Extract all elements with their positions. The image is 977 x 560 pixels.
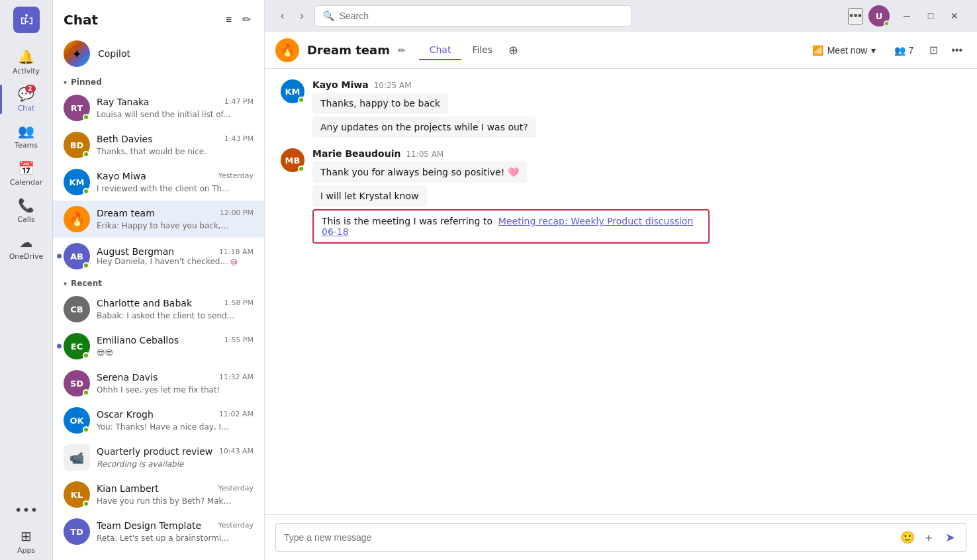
status-dot xyxy=(83,262,89,269)
forward-button[interactable]: › xyxy=(295,7,308,24)
chat-icon: 💬 2 xyxy=(18,86,34,102)
sidebar-item-calendar[interactable]: 📅 Calendar xyxy=(0,155,52,192)
chat-name: Beth Davies xyxy=(97,134,152,144)
chat-preview: Recording is available xyxy=(97,459,183,469)
message-bubble-highlighted: This is the meeting I was referring to M… xyxy=(312,209,710,244)
user-online-dot xyxy=(884,21,890,26)
chat-time: 11:32 AM xyxy=(219,373,254,381)
compose-button[interactable]: ✏ xyxy=(240,11,254,28)
recent-section-header[interactable]: ▾ Recent xyxy=(53,275,264,291)
more-header-options-button[interactable]: ••• xyxy=(947,40,966,60)
chat-list-icons: ≡ ✏ xyxy=(223,11,254,28)
teams-label: Teams xyxy=(15,141,38,150)
add-tab-button[interactable]: ⊕ xyxy=(503,40,524,60)
close-button[interactable]: ✕ xyxy=(943,7,966,25)
chat-preview: I reviewed with the client on Th... xyxy=(97,184,230,193)
more-options-button[interactable]: ••• xyxy=(848,8,863,24)
tab-chat[interactable]: Chat xyxy=(419,40,462,60)
message-content: Marie Beaudouin 11:05 AM Thank you for a… xyxy=(312,148,961,246)
chat-preview: Thanks, that would be nice. xyxy=(97,147,207,156)
list-item[interactable]: OK Oscar Krogh 11:02 AM You: Thanks! Hav… xyxy=(53,402,264,439)
search-input[interactable] xyxy=(340,11,624,21)
sidebar-item-chat[interactable]: 💬 2 Chat xyxy=(0,81,52,118)
chat-name: Ray Tanaka xyxy=(97,97,149,107)
list-item[interactable]: KM Kayo Miwa Yesterday I reviewed with t… xyxy=(53,163,264,201)
minimize-button[interactable]: ─ xyxy=(895,7,919,25)
copilot-item[interactable]: ✦ Copilot xyxy=(53,34,264,73)
group-avatar: 🔥 xyxy=(275,38,299,62)
activity-icon: 🔔 xyxy=(18,49,34,65)
user-avatar-button[interactable]: U xyxy=(868,5,890,26)
message-input-area: 🙂 ＋ ➤ xyxy=(265,514,977,560)
chat-time: 11:18 AM xyxy=(219,248,254,256)
list-item[interactable]: RT Ray Tanaka 1:47 PM Louisa will send t… xyxy=(53,89,264,126)
edit-name-icon[interactable]: ✏ xyxy=(398,45,406,56)
chat-info: August Bergman 11:18 AM Hey Daniela, I h… xyxy=(97,246,254,266)
emoji-button[interactable]: 🙂 xyxy=(898,528,917,547)
participants-button[interactable]: 👥 7 xyxy=(888,41,920,60)
avatar: KM xyxy=(281,79,304,103)
sidebar-item-activity[interactable]: 🔔 Activity xyxy=(0,44,52,81)
status-dot xyxy=(83,389,89,396)
chat-time: 11:02 AM xyxy=(219,410,254,418)
sidebar-item-apps[interactable]: ⊞ Apps xyxy=(0,523,52,560)
header-tabs: Chat Files ⊕ xyxy=(419,40,524,60)
send-button[interactable]: ➤ xyxy=(943,528,958,547)
list-item[interactable]: 📹 Quarterly product review 10:43 AM Reco… xyxy=(53,439,264,476)
pinned-section-header[interactable]: ▾ Pinned xyxy=(53,73,264,89)
view-toggle-button[interactable]: ⊡ xyxy=(925,40,942,60)
status-dot xyxy=(83,426,89,433)
sidebar-item-more[interactable]: ••• xyxy=(0,496,52,523)
svg-rect-0 xyxy=(24,21,28,23)
message-input[interactable] xyxy=(284,526,892,549)
attach-button[interactable]: ＋ xyxy=(920,527,937,548)
list-item[interactable]: CB Charlotte and Babak 1:58 PM Babak: I … xyxy=(53,291,264,328)
list-item[interactable]: KL Kian Lambert Yesterday Have you run t… xyxy=(53,476,264,513)
chat-name: Team Design Template xyxy=(97,520,201,531)
meet-now-label: Meet now xyxy=(827,45,868,56)
filter-button[interactable]: ≡ xyxy=(223,11,234,28)
back-button[interactable]: ‹ xyxy=(275,7,289,24)
icon-rail: 🔔 Activity 💬 2 Chat 👥 Teams 📅 Calendar 📞… xyxy=(0,0,53,560)
group-name: Dream team xyxy=(307,43,390,57)
meeting-recap-link[interactable]: Meeting recap: Weekly Product discussion… xyxy=(322,216,693,237)
meet-now-button[interactable]: 📶 Meet now ▾ xyxy=(806,41,883,60)
chat-name: Emiliano Ceballos xyxy=(97,335,179,346)
message-bubble: I will let Krystal know xyxy=(312,185,427,207)
tab-files[interactable]: Files xyxy=(461,40,503,60)
maximize-button[interactable]: □ xyxy=(919,7,943,25)
teams-logo[interactable] xyxy=(13,7,40,33)
avatar: OK xyxy=(64,407,90,434)
sidebar-item-calls[interactable]: 📞 Calls xyxy=(0,192,52,229)
chat-time: 12:00 PM xyxy=(220,209,254,217)
sidebar-item-teams[interactable]: 👥 Teams xyxy=(0,118,52,155)
list-item[interactable]: SD Serena Davis 11:32 AM Ohhh I see, yes… xyxy=(53,365,264,402)
chat-time: Yesterday xyxy=(218,484,254,492)
search-bar: 🔍 xyxy=(314,5,632,26)
recent-chevron-icon: ▾ xyxy=(64,280,67,287)
sidebar-item-onedrive[interactable]: ☁ OneDrive xyxy=(0,229,52,266)
recent-section-label: Recent xyxy=(71,279,102,288)
chat-name: Oscar Krogh xyxy=(97,409,154,420)
chat-time: 10:43 AM xyxy=(219,447,254,455)
message-bubble: Thanks, happy to be back xyxy=(312,93,448,114)
avatar: KL xyxy=(64,481,90,508)
list-item[interactable]: EC Emiliano Ceballos 1:55 PM 😎😎 xyxy=(53,328,264,365)
chat-info: Kayo Miwa Yesterday I reviewed with the … xyxy=(97,171,254,194)
onedrive-label: OneDrive xyxy=(9,252,44,261)
chat-list-title: Chat xyxy=(64,12,98,28)
status-dot xyxy=(83,352,89,359)
top-bar-right: ••• U ─ □ ✕ xyxy=(848,5,966,26)
calendar-icon: 📅 xyxy=(18,160,34,176)
list-item[interactable]: TD Team Design Template Yesterday Reta: … xyxy=(53,513,264,550)
pinned-section-label: Pinned xyxy=(71,77,102,87)
chat-time: 1:47 PM xyxy=(224,97,254,106)
chat-badge: 2 xyxy=(25,85,36,93)
unread-dot xyxy=(57,254,62,259)
calls-icon: 📞 xyxy=(18,197,34,213)
chat-info: Dream team 12:00 PM Erika: Happy to have… xyxy=(97,208,254,231)
list-item[interactable]: 🔥 Dream team 12:00 PM Erika: Happy to ha… xyxy=(53,201,264,238)
status-dot xyxy=(298,97,304,103)
list-item[interactable]: BD Beth Davies 1:43 PM Thanks, that woul… xyxy=(53,126,264,163)
list-item[interactable]: AB August Bergman 11:18 AM Hey Daniela, … xyxy=(53,238,264,275)
